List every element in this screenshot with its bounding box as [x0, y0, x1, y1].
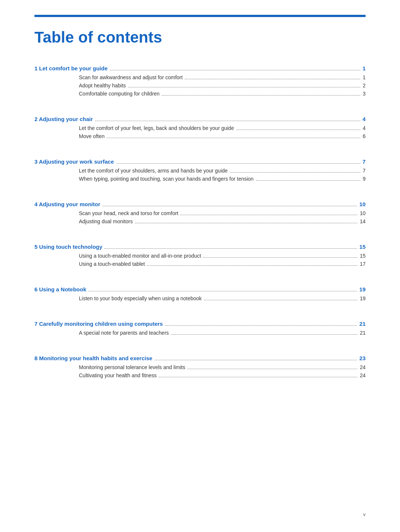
entry-page: 24: [360, 372, 366, 378]
list-item: Cultivating your health and fitness24: [34, 372, 366, 378]
list-item: Comfortable computing for children3: [34, 91, 366, 97]
toc-chapter-4: 4 Adjusting your monitor10Scan your head…: [34, 201, 366, 232]
chapter-8-page: 23: [359, 355, 366, 361]
list-item: Adopt healthy habits2: [34, 83, 366, 88]
chapter-7-title[interactable]: 7 Carefully monitoring children using co…: [34, 321, 163, 327]
chapter-3-title[interactable]: 3 Adjusting your work surface: [34, 158, 114, 165]
list-item: When typing, pointing and touching, scan…: [34, 176, 366, 182]
entry-dots: [147, 265, 357, 266]
toc-chapter-2: 2 Adjusting your chair4Let the comfort o…: [34, 116, 366, 147]
list-item: Let the comfort of your feet, legs, back…: [34, 125, 366, 131]
chapter-7-dots: [165, 325, 357, 326]
entry-title[interactable]: Cultivating your health and fitness: [79, 372, 157, 378]
toc-chapter-5: 5 Using touch technology15Using a touch-…: [34, 244, 366, 275]
chapter-2-title[interactable]: 2 Adjusting your chair: [34, 116, 93, 122]
entry-dots: [159, 377, 357, 377]
list-item: Using a touch-enabled tablet17: [34, 261, 366, 267]
entry-title[interactable]: Comfortable computing for children: [79, 91, 160, 97]
chapter-6-dots: [89, 291, 357, 291]
chapter-6-page: 19: [359, 286, 366, 292]
entry-page: 6: [363, 133, 366, 139]
toc-container: 1 Let comfort be your guide1Scan for awk…: [34, 65, 366, 387]
chapter-4-page: 10: [359, 201, 366, 207]
entry-page: 17: [360, 261, 366, 267]
entry-dots: [204, 300, 358, 300]
entry-dots: [135, 223, 358, 223]
entry-page: 24: [360, 364, 366, 370]
list-item: Move often6: [34, 133, 366, 139]
chapter-1-page: 1: [363, 65, 366, 71]
chapter-8-title[interactable]: 8 Monitoring your health habits and exer…: [34, 355, 152, 361]
chapter-8-dots: [154, 360, 357, 360]
list-item: Using a touch-enabled monitor and all-in…: [34, 253, 366, 259]
chapter-6-title[interactable]: 6 Using a Notebook: [34, 286, 86, 292]
list-item: Scan for awkwardness and adjust for comf…: [34, 74, 366, 80]
entry-dots: [162, 95, 360, 96]
entry-dots: [180, 215, 357, 215]
entry-dots: [185, 79, 360, 79]
chapter-4-dots: [103, 206, 357, 206]
chapter-4-title[interactable]: 4 Adjusting your monitor: [34, 201, 100, 207]
entry-title[interactable]: Let the comfort of your feet, legs, back…: [79, 125, 234, 131]
chapter-5-dots: [104, 248, 357, 249]
entry-dots: [187, 369, 357, 369]
entry-page: 14: [360, 218, 366, 224]
entry-title[interactable]: When typing, pointing and touching, scan…: [79, 176, 254, 182]
chapter-5-page: 15: [359, 244, 366, 250]
entry-dots: [236, 130, 361, 130]
top-border: [34, 15, 366, 17]
list-item: A special note for parents and teachers2…: [34, 330, 366, 336]
entry-page: 19: [360, 295, 366, 301]
entry-page: 21: [360, 330, 366, 336]
toc-chapter-6: 6 Using a Notebook19Listen to your body …: [34, 286, 366, 310]
toc-chapter-7: 7 Carefully monitoring children using co…: [34, 321, 366, 344]
chapter-5-title[interactable]: 5 Using touch technology: [34, 244, 102, 250]
entry-page: 9: [363, 176, 366, 182]
chapter-2-page: 4: [363, 116, 366, 122]
entry-title[interactable]: Adopt healthy habits: [79, 83, 126, 88]
entry-title[interactable]: Let the comfort of your shoulders, arms …: [79, 168, 228, 174]
entry-dots: [171, 334, 358, 335]
list-item: Monitoring personal tolerance levels and…: [34, 364, 366, 370]
page-footer: v: [363, 512, 366, 517]
entry-title[interactable]: Monitoring personal tolerance levels and…: [79, 364, 185, 370]
chapter-7-page: 21: [359, 321, 366, 327]
entry-page: 15: [360, 253, 366, 259]
entry-page: 10: [360, 210, 366, 216]
list-item: Let the comfort of your shoulders, arms …: [34, 168, 366, 174]
entry-page: 2: [363, 83, 366, 88]
entry-title[interactable]: Move often: [79, 133, 104, 139]
entry-dots: [203, 257, 357, 258]
entry-page: 7: [363, 168, 366, 174]
entry-title[interactable]: A special note for parents and teachers: [79, 330, 169, 336]
list-item: Adjusting dual monitors14: [34, 218, 366, 224]
entry-title[interactable]: Using a touch-enabled tablet: [79, 261, 145, 267]
chapter-2-dots: [95, 121, 360, 121]
entry-page: 1: [363, 74, 366, 80]
entry-dots: [107, 138, 360, 138]
toc-chapter-3: 3 Adjusting your work surface7Let the co…: [34, 158, 366, 190]
chapter-3-page: 7: [363, 158, 366, 165]
entry-title[interactable]: Scan for awkwardness and adjust for comf…: [79, 74, 183, 80]
entry-title[interactable]: Scan your head, neck and torso for comfo…: [79, 210, 178, 216]
list-item: Listen to your body especially when usin…: [34, 295, 366, 301]
chapter-3-dots: [116, 163, 360, 164]
entry-title[interactable]: Listen to your body especially when usin…: [79, 295, 202, 301]
page-title: Table of contents: [34, 28, 366, 47]
entry-page: 3: [363, 91, 366, 97]
toc-chapter-1: 1 Let comfort be your guide1Scan for awk…: [34, 65, 366, 105]
chapter-1-dots: [110, 70, 360, 70]
entry-dots: [230, 172, 361, 173]
entry-page: 4: [363, 125, 366, 131]
entry-dots: [256, 180, 361, 181]
toc-chapter-8: 8 Monitoring your health habits and exer…: [34, 355, 366, 387]
entry-title[interactable]: Adjusting dual monitors: [79, 218, 133, 224]
chapter-1-title[interactable]: 1 Let comfort be your guide: [34, 65, 108, 71]
list-item: Scan your head, neck and torso for comfo…: [34, 210, 366, 216]
entry-dots: [128, 87, 360, 87]
entry-title[interactable]: Using a touch-enabled monitor and all-in…: [79, 253, 201, 259]
